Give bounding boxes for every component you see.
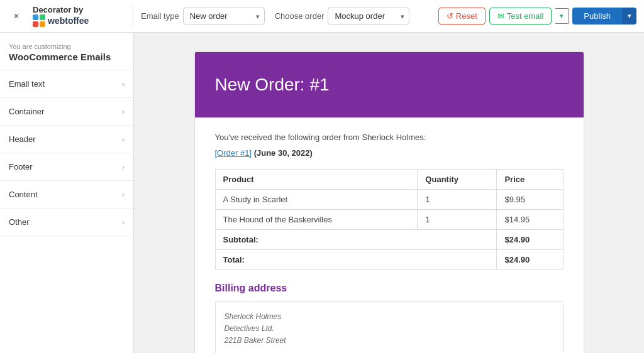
reset-label: Reset	[456, 11, 477, 21]
toolbar: × Decorator by webtoffee Email type New …	[0, 0, 644, 33]
sidebar-item-label-footer: Footer	[9, 162, 33, 171]
logo-icon	[33, 14, 45, 27]
choose-order-select[interactable]: Mockup order	[328, 8, 409, 24]
brand-logo: webtoffee	[33, 14, 89, 27]
email-type-group: Email type New order	[141, 8, 265, 24]
row2-quantity: 1	[418, 210, 497, 230]
test-email-button[interactable]: ✉ Test email	[489, 8, 552, 24]
chevron-right-icon: ›	[122, 190, 125, 199]
sidebar-header: You are customizing WooCommerce Emails	[0, 33, 133, 70]
toolbar-controls: Email type New order Choose order Mockup…	[141, 8, 431, 24]
sidebar-item-label-container: Container	[9, 107, 44, 116]
chevron-right-icon: ›	[122, 218, 125, 227]
content-area: New Order: #1 You've received the follow…	[134, 33, 644, 353]
col-quantity: Quantity	[418, 170, 497, 190]
brand-name: webtoffee	[48, 16, 89, 26]
email-preview: New Order: #1 You've received the follow…	[194, 52, 584, 353]
total-label: Total:	[215, 250, 497, 270]
main-layout: You are customizing WooCommerce Emails E…	[0, 33, 644, 353]
choose-order-group: Choose order Mockup order	[275, 8, 410, 24]
brand-title: Decorator by	[33, 5, 83, 14]
col-product: Product	[215, 170, 418, 190]
sidebar-item-label-email-text: Email text	[9, 79, 45, 89]
email-banner: New Order: #1	[195, 52, 584, 117]
row2-product: The Hound of the Baskervilles	[215, 210, 418, 230]
sidebar: You are customizing WooCommerce Emails E…	[0, 33, 134, 353]
chevron-right-icon: ›	[122, 80, 125, 89]
sidebar-item-header[interactable]: Header ›	[0, 126, 133, 153]
total-row: Total: $24.90	[215, 250, 563, 270]
brand: Decorator by webtoffee	[33, 5, 133, 27]
chevron-right-icon: ›	[122, 163, 125, 171]
row1-price: $9.95	[497, 190, 563, 210]
sidebar-item-content[interactable]: Content ›	[0, 181, 133, 209]
choose-order-label: Choose order	[275, 11, 325, 21]
subtotal-label: Subtotal:	[215, 230, 497, 250]
subtotal-row: Subtotal: $24.90	[215, 230, 563, 250]
close-button[interactable]: ×	[8, 8, 25, 25]
order-link[interactable]: [Order #1]	[215, 148, 252, 158]
table-row: The Hound of the Baskervilles 1 $14.95	[215, 210, 563, 230]
billing-title: Billing address	[215, 283, 564, 294]
email-type-select[interactable]: New order	[183, 8, 265, 24]
toolbar-actions: ↺ Reset ✉ Test email ▾ Publish ▾	[438, 8, 636, 24]
email-order-link: [Order #1] (June 30, 2022)	[215, 148, 564, 158]
row1-product: A Study in Scarlet	[215, 190, 418, 210]
publish-button[interactable]: Publish	[572, 8, 622, 24]
row1-quantity: 1	[418, 190, 497, 210]
reset-icon: ↺	[447, 11, 453, 21]
table-row: A Study in Scarlet 1 $9.95	[215, 190, 563, 210]
email-type-label: Email type	[141, 11, 179, 21]
sidebar-item-container[interactable]: Container ›	[0, 98, 133, 126]
sidebar-item-footer[interactable]: Footer ›	[0, 153, 133, 181]
sidebar-item-label-other: Other	[9, 217, 30, 227]
col-price: Price	[497, 170, 563, 190]
publish-arrow-button[interactable]: ▾	[622, 8, 636, 24]
sidebar-sub-label: You are customizing	[9, 43, 125, 50]
test-email-arrow-button[interactable]: ▾	[555, 8, 569, 24]
billing-address: Sherlock HolmesDetectives Ltd.221B Baker…	[215, 301, 564, 353]
sidebar-title: WooCommerce Emails	[9, 52, 125, 62]
publish-group: Publish ▾	[572, 8, 636, 24]
sidebar-item-email-text[interactable]: Email text ›	[0, 70, 133, 98]
test-email-label: Test email	[507, 11, 544, 21]
row2-price: $14.95	[497, 210, 563, 230]
total-value: $24.90	[497, 250, 563, 270]
sidebar-item-other[interactable]: Other ›	[0, 209, 133, 236]
email-header-title: New Order: #1	[215, 75, 564, 95]
order-date: (June 30, 2022)	[254, 148, 313, 158]
email-body: You've received the following order from…	[195, 117, 584, 353]
order-table: Product Quantity Price A Study in Scarle…	[215, 169, 564, 270]
email-icon: ✉	[497, 11, 504, 21]
sidebar-menu: Email text › Container › Header › Footer…	[0, 70, 133, 353]
reset-button[interactable]: ↺ Reset	[438, 8, 486, 24]
chevron-right-icon: ›	[122, 107, 125, 116]
email-intro: You've received the following order from…	[215, 133, 564, 142]
email-type-select-wrap[interactable]: New order	[183, 8, 265, 24]
chevron-right-icon: ›	[122, 135, 125, 144]
subtotal-value: $24.90	[497, 230, 563, 250]
sidebar-item-label-header: Header	[9, 134, 36, 144]
choose-order-select-wrap[interactable]: Mockup order	[328, 8, 409, 24]
sidebar-item-label-content: Content	[9, 190, 38, 199]
